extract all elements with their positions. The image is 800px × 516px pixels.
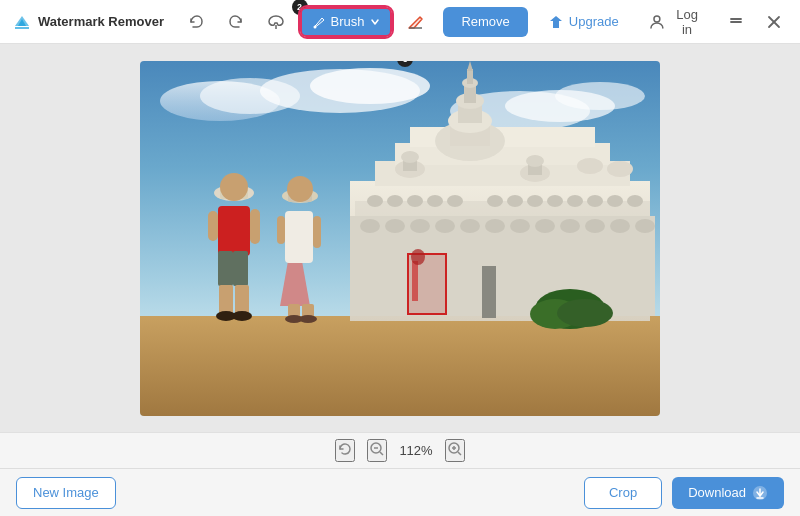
zoom-bar: 112%: [0, 432, 800, 468]
svg-point-63: [585, 219, 605, 233]
svg-rect-91: [313, 216, 321, 248]
svg-rect-80: [250, 209, 260, 244]
svg-rect-92: [277, 216, 285, 244]
svg-rect-77: [235, 285, 249, 315]
upgrade-icon: [548, 14, 564, 30]
svg-point-36: [526, 155, 544, 167]
minimize-button[interactable]: [723, 8, 751, 36]
download-icon: [752, 485, 768, 501]
svg-point-4: [654, 16, 660, 22]
svg-rect-83: [285, 211, 313, 263]
bottom-bar: New Image Crop Download: [0, 468, 800, 516]
zoom-out-button[interactable]: [367, 439, 387, 462]
svg-point-33: [401, 151, 419, 163]
svg-point-48: [547, 195, 563, 207]
zoom-level: 112%: [399, 443, 432, 458]
svg-point-2: [313, 25, 316, 28]
undo-button[interactable]: [180, 6, 212, 38]
svg-point-95: [411, 249, 425, 265]
svg-point-61: [535, 219, 555, 233]
svg-point-41: [387, 195, 403, 207]
svg-point-37: [577, 158, 603, 174]
app-logo: Watermark Remover: [12, 12, 164, 32]
svg-point-55: [385, 219, 405, 233]
remove-label: Remove: [461, 14, 509, 29]
photo-container: 3: [140, 61, 660, 416]
close-button[interactable]: [760, 8, 788, 36]
svg-point-16: [555, 82, 645, 110]
zoom-in-icon: [447, 441, 463, 457]
svg-rect-76: [219, 285, 233, 315]
reset-zoom-button[interactable]: [335, 439, 355, 462]
redo-button[interactable]: [220, 6, 252, 38]
new-image-label: New Image: [33, 485, 99, 500]
svg-point-49: [567, 195, 583, 207]
lasso-button[interactable]: [260, 6, 292, 38]
chevron-down-icon: [370, 17, 380, 27]
header-right: Upgrade Log in: [536, 8, 788, 36]
svg-point-13: [310, 68, 430, 104]
reset-icon: [337, 441, 353, 457]
svg-point-43: [427, 195, 443, 207]
erase-button[interactable]: [400, 6, 432, 38]
svg-point-58: [460, 219, 480, 233]
user-icon: [649, 14, 665, 30]
svg-point-90: [299, 315, 317, 323]
svg-point-45: [487, 195, 503, 207]
svg-point-44: [447, 195, 463, 207]
svg-point-57: [435, 219, 455, 233]
remove-button[interactable]: Remove: [443, 7, 527, 37]
brush-icon: [312, 15, 326, 29]
svg-point-47: [527, 195, 543, 207]
canvas-area: 3: [0, 44, 800, 432]
svg-point-59: [485, 219, 505, 233]
svg-point-46: [507, 195, 523, 207]
bottom-right-actions: Crop Download: [584, 477, 784, 509]
svg-rect-94: [412, 261, 418, 301]
svg-point-60: [510, 219, 530, 233]
svg-point-75: [220, 173, 248, 201]
svg-line-98: [380, 452, 383, 455]
photo-scene: [140, 61, 660, 416]
download-label: Download: [688, 485, 746, 500]
logo-icon: [12, 12, 32, 32]
svg-point-40: [367, 195, 383, 207]
svg-point-56: [410, 219, 430, 233]
download-button[interactable]: Download: [672, 477, 784, 509]
svg-rect-71: [218, 251, 233, 286]
svg-point-62: [560, 219, 580, 233]
undo-icon: [187, 13, 205, 31]
zoom-in-button[interactable]: [445, 439, 465, 462]
svg-point-65: [635, 219, 655, 233]
crop-label: Crop: [609, 485, 637, 500]
svg-point-54: [360, 219, 380, 233]
brush-button[interactable]: Brush: [300, 7, 392, 37]
svg-rect-81: [208, 211, 218, 241]
svg-rect-72: [233, 251, 248, 286]
erase-icon: [406, 13, 424, 31]
brush-btn-container: 2 Brush: [300, 7, 392, 37]
svg-line-102: [458, 452, 461, 455]
upgrade-label: Upgrade: [569, 14, 619, 29]
svg-point-51: [607, 195, 623, 207]
svg-rect-17: [140, 316, 660, 416]
svg-point-50: [587, 195, 603, 207]
lasso-icon: [267, 13, 285, 31]
svg-rect-70: [218, 206, 250, 256]
login-button[interactable]: Log in: [641, 8, 713, 36]
photo-canvas[interactable]: 3: [140, 61, 660, 416]
svg-point-64: [610, 219, 630, 233]
upgrade-button[interactable]: Upgrade: [536, 8, 631, 36]
app-title: Watermark Remover: [38, 14, 164, 29]
zoom-out-icon: [369, 441, 385, 457]
login-label: Log in: [670, 7, 705, 37]
close-icon: [767, 15, 781, 29]
svg-point-69: [557, 299, 613, 327]
crop-button[interactable]: Crop: [584, 477, 662, 509]
svg-rect-66: [482, 266, 496, 318]
new-image-button[interactable]: New Image: [16, 477, 116, 509]
svg-point-42: [407, 195, 423, 207]
redo-icon: [227, 13, 245, 31]
svg-point-86: [287, 176, 313, 202]
svg-point-79: [232, 311, 252, 321]
